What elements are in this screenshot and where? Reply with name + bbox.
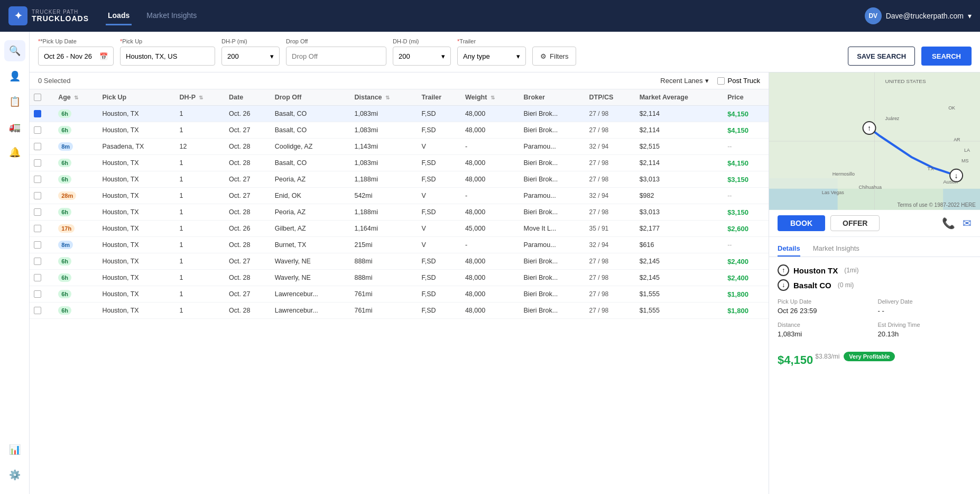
select-all-checkbox[interactable]: [34, 94, 41, 101]
table-row[interactable]: 6h Houston, TX 1 Oct. 28 Waverly, NE 888…: [30, 270, 769, 286]
col-price[interactable]: Price: [723, 89, 769, 106]
row-distance: 1,188mi: [350, 171, 417, 188]
table-row[interactable]: 6h Houston, TX 1 Oct. 28 Basalt, CO 1,08…: [30, 155, 769, 171]
sidebar-item-truck[interactable]: 🚛: [4, 116, 25, 138]
row-market-avg: $1,555: [635, 286, 723, 303]
col-trailer[interactable]: Trailer: [418, 89, 461, 106]
filters-label: Filters: [550, 52, 568, 60]
dropoff-input[interactable]: [286, 47, 386, 66]
row-distance: 1,083mi: [350, 122, 417, 139]
table-row[interactable]: 6h Houston, TX 1 Oct. 27 Waverly, NE 888…: [30, 253, 769, 270]
dhp-select[interactable]: 200 ▾: [221, 47, 280, 66]
col-dropoff[interactable]: Drop Off: [271, 89, 350, 106]
sidebar-item-chart[interactable]: 📊: [4, 439, 25, 460]
tab-loads[interactable]: Loads: [106, 7, 132, 25]
table-row[interactable]: 28m Houston, TX 1 Oct. 27 Enid, OK 542mi…: [30, 188, 769, 204]
row-checkbox[interactable]: [34, 143, 41, 150]
table-row[interactable]: 8m Pasadena, TX 12 Oct. 28 Coolidge, AZ …: [30, 139, 769, 155]
sidebar-item-docs[interactable]: 📋: [4, 91, 25, 112]
col-dhp[interactable]: DH-P ⇅: [175, 89, 225, 106]
table-row[interactable]: 6h Houston, TX 1 Oct. 26 Basalt, CO 1,08…: [30, 106, 769, 122]
tab-market-insights[interactable]: Market Insights: [813, 241, 859, 257]
save-search-button[interactable]: SAVE SEARCH: [848, 47, 915, 66]
tab-details[interactable]: Details: [778, 241, 800, 257]
row-dtp: 27 / 98: [585, 303, 635, 319]
row-pickup: Houston, TX: [98, 237, 175, 253]
row-checkbox[interactable]: [34, 126, 41, 134]
row-checkbox[interactable]: [34, 274, 41, 281]
row-dtp: 27 / 98: [585, 204, 635, 221]
row-market-avg: $2,114: [635, 106, 723, 122]
row-price: --: [723, 237, 769, 253]
col-broker[interactable]: Broker: [520, 89, 585, 106]
sidebar-item-users[interactable]: 👤: [4, 66, 25, 87]
row-checkbox[interactable]: [34, 307, 41, 314]
row-checkbox[interactable]: [34, 290, 41, 298]
row-distance: 215mi: [350, 237, 417, 253]
phone-icon[interactable]: 📞: [942, 217, 955, 230]
dhd-value: 200: [399, 52, 410, 60]
tab-market-insights[interactable]: Market Insights: [144, 7, 199, 25]
row-dropoff: Basalt, CO: [271, 106, 350, 122]
sidebar-item-settings[interactable]: ⚙️: [4, 464, 25, 486]
row-date: Oct. 27: [225, 171, 271, 188]
row-pickup: Houston, TX: [98, 270, 175, 286]
booking-buttons: BOOK OFFER: [778, 215, 880, 231]
col-market-avg[interactable]: Market Average: [635, 89, 723, 106]
table-row[interactable]: 6h Houston, TX 1 Oct. 28 Lawrencebur... …: [30, 303, 769, 319]
row-price: $2,400: [723, 270, 769, 286]
row-weight: 48,000: [461, 286, 520, 303]
col-weight[interactable]: Weight ⇅: [461, 89, 520, 106]
trailer-select[interactable]: Any type ▾: [457, 47, 526, 66]
dhp-group: DH-P (mi) 200 ▾: [221, 38, 280, 66]
table-row[interactable]: 17h Houston, TX 1 Oct. 26 Gilbert, AZ 1,…: [30, 221, 769, 237]
table-row[interactable]: 6h Houston, TX 1 Oct. 27 Peoria, AZ 1,18…: [30, 171, 769, 188]
row-checkbox[interactable]: [34, 159, 41, 167]
row-checkbox[interactable]: [34, 192, 41, 199]
search-button[interactable]: SEARCH: [921, 47, 972, 66]
row-checkbox[interactable]: [34, 110, 41, 117]
row-price: $1,800: [723, 303, 769, 319]
table-row[interactable]: 8m Houston, TX 1 Oct. 28 Burnet, TX 215m…: [30, 237, 769, 253]
dropoff-group: Drop Off: [286, 38, 386, 66]
dhp-label: DH-P (mi): [221, 38, 280, 44]
col-pickup[interactable]: Pick Up: [98, 89, 175, 106]
row-checkbox[interactable]: [34, 258, 41, 265]
selected-count: 0 Selected: [38, 77, 70, 85]
table-row[interactable]: 6h Houston, TX 1 Oct. 27 Basalt, CO 1,08…: [30, 122, 769, 139]
email-icon[interactable]: ✉: [963, 217, 972, 230]
row-checkbox[interactable]: [34, 241, 41, 249]
sidebar-item-bell[interactable]: 🔔: [4, 142, 25, 163]
row-checkbox[interactable]: [34, 208, 41, 216]
table-row[interactable]: 6h Houston, TX 1 Oct. 28 Peoria, AZ 1,18…: [30, 204, 769, 221]
row-market-avg: $2,145: [635, 270, 723, 286]
row-weight: 48,000: [461, 253, 520, 270]
filters-button[interactable]: ⚙ Filters: [532, 47, 576, 66]
col-date[interactable]: Date: [225, 89, 271, 106]
col-age[interactable]: Age ⇅: [54, 89, 98, 106]
table-row[interactable]: 6h Houston, TX 1 Oct. 27 Lawrencebur... …: [30, 286, 769, 303]
row-dtp: 27 / 98: [585, 155, 635, 171]
pickup-input[interactable]: Houston, TX, US: [120, 47, 215, 66]
row-date: Oct. 28: [225, 155, 271, 171]
col-distance[interactable]: Distance ⇅: [350, 89, 417, 106]
post-truck-checkbox[interactable]: [717, 77, 725, 85]
sidebar-item-search[interactable]: 🔍: [4, 40, 25, 61]
row-broker: Bieri Brok...: [520, 286, 585, 303]
row-checkbox[interactable]: [34, 176, 41, 183]
dhd-select[interactable]: 200 ▾: [393, 47, 451, 66]
row-dropoff: Peoria, AZ: [271, 171, 350, 188]
col-dtp[interactable]: DTP/CS: [585, 89, 635, 106]
pickup-date-input[interactable]: Oct 26 - Nov 26 📅: [38, 47, 114, 66]
row-trailer: V: [418, 188, 461, 204]
row-dhp: 1: [175, 204, 225, 221]
offer-button[interactable]: OFFER: [830, 215, 880, 231]
book-button[interactable]: BOOK: [778, 215, 825, 231]
recent-lanes-button[interactable]: Recent Lanes ▾: [660, 77, 708, 85]
price-value: $1,800: [727, 290, 748, 298]
row-checkbox[interactable]: [34, 225, 41, 232]
row-pickup: Houston, TX: [98, 106, 175, 122]
row-age: 6h: [54, 204, 98, 221]
calendar-icon: 📅: [99, 52, 108, 60]
row-market-avg: $2,114: [635, 155, 723, 171]
